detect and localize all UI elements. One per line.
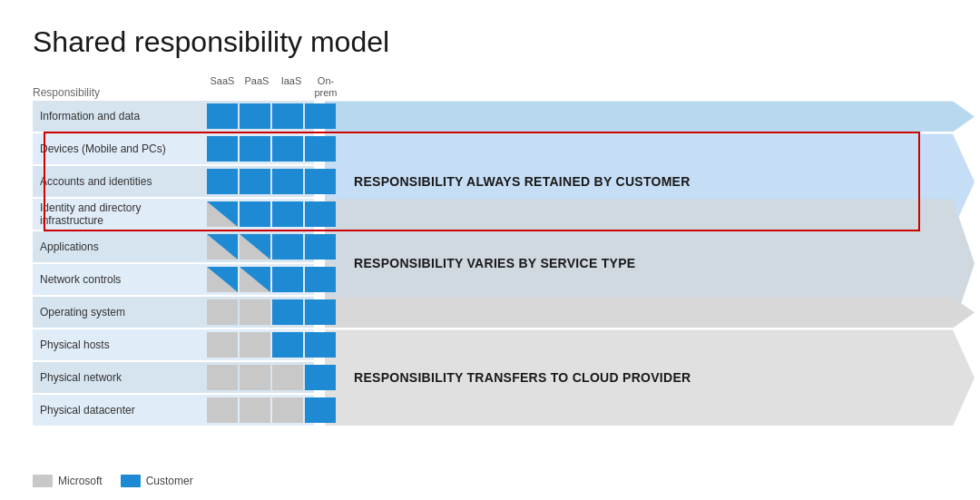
row-cells (207, 267, 336, 292)
col-header-iaas: IaaS (276, 75, 307, 99)
right-section: RESPONSIBILITY ALWAYS RETAINED BY CUSTOM… (325, 101, 947, 427)
table-row: Devices (Mobile and PCs) (33, 133, 314, 164)
row-cells (207, 103, 336, 129)
legend: Microsoft Customer (33, 475, 193, 487)
cell-gray-7-1 (240, 332, 270, 358)
cell-gray-8-0 (207, 365, 238, 390)
row-label: Applications (33, 240, 207, 253)
table-row: Operating system (33, 297, 314, 328)
cell-gray-9-0 (207, 397, 238, 423)
row-cells (207, 397, 336, 423)
responsibility-header: Responsibility (33, 86, 207, 99)
row-label: Physical hosts (33, 338, 207, 351)
cell-split-5-1 (240, 267, 270, 292)
cell-split-4-1 (240, 234, 270, 260)
cell-blue-0-3 (305, 103, 336, 129)
cell-blue-2-3 (305, 169, 336, 194)
table-row: Physical hosts (33, 329, 314, 360)
band-label-2: RESPONSIBILITY TRANSFERS TO CLOUD PROVID… (339, 370, 691, 385)
row-label: Physical datacenter (33, 404, 207, 417)
row-cells (207, 332, 336, 358)
table-row: Physical network (33, 362, 314, 393)
row-label: Devices (Mobile and PCs) (33, 142, 207, 155)
cell-blue-3-2 (272, 201, 303, 227)
cell-blue-0-0 (207, 103, 238, 129)
cell-blue-2-1 (240, 169, 270, 194)
cell-blue-3-1 (240, 201, 270, 227)
cell-blue-0-1 (240, 103, 270, 129)
band-2: RESPONSIBILITY TRANSFERS TO CLOUD PROVID… (325, 329, 975, 426)
left-section: Information and dataDevices (Mobile and … (33, 101, 314, 427)
cell-blue-3-3 (305, 201, 336, 227)
col-headers: SaaSPaaSIaaSOn- prem (207, 75, 343, 99)
row-label: Network controls (33, 273, 207, 286)
table-row: Accounts and identities (33, 166, 314, 197)
cell-gray-6-1 (240, 299, 270, 325)
cell-gray-8-2 (272, 365, 303, 390)
band-os (325, 297, 975, 328)
cell-blue-7-2 (272, 332, 303, 358)
microsoft-label: Microsoft (58, 475, 103, 487)
page-title: Shared responsibility model (33, 25, 947, 59)
cell-split-5-0 (207, 267, 238, 292)
cell-blue-8-3 (305, 365, 336, 390)
band-label-0: RESPONSIBILITY ALWAYS RETAINED BY CUSTOM… (339, 174, 691, 189)
row-cells (207, 365, 336, 390)
cell-blue-5-3 (305, 267, 336, 292)
row-label: Information and data (33, 110, 207, 123)
cell-gray-9-2 (272, 397, 303, 423)
slide: Shared responsibility model Responsibili… (0, 0, 980, 500)
table-row: Information and data (33, 101, 314, 132)
table-row: Network controls (33, 264, 314, 295)
cell-split-4-0 (207, 234, 238, 260)
cell-blue-5-2 (272, 267, 303, 292)
cell-gray-9-1 (240, 397, 270, 423)
cell-blue-1-1 (240, 136, 270, 162)
cell-blue-9-3 (305, 397, 336, 423)
cell-gray-8-1 (240, 365, 270, 390)
row-cells (207, 299, 336, 325)
customer-label: Customer (146, 475, 193, 487)
table-row: Identity and directory infrastructure (33, 199, 314, 230)
cell-blue-1-0 (207, 136, 238, 162)
band-label-1: RESPONSIBILITY VARIES BY SERVICE TYPE (339, 256, 635, 270)
col-header-paas: PaaS (241, 75, 272, 99)
legend-customer: Customer (121, 475, 193, 487)
cell-blue-2-2 (272, 169, 303, 194)
rows-area: Information and dataDevices (Mobile and … (33, 101, 314, 427)
row-label: Identity and directory infrastructure (33, 201, 207, 227)
band-info (325, 101, 975, 132)
chart-header: Responsibility SaaSPaaSIaaSOn- prem (33, 75, 947, 99)
main-content: Information and dataDevices (Mobile and … (33, 101, 947, 427)
cell-blue-2-0 (207, 169, 238, 194)
cell-blue-6-2 (272, 299, 303, 325)
row-cells (207, 234, 336, 260)
microsoft-swatch (33, 475, 53, 487)
cell-split-3-0 (207, 201, 238, 227)
customer-swatch (121, 475, 141, 487)
row-label: Physical network (33, 371, 207, 384)
cell-blue-0-2 (272, 103, 303, 129)
table-row: Physical datacenter (33, 395, 314, 426)
cell-blue-7-3 (305, 332, 336, 358)
col-header-saas: SaaS (207, 75, 238, 99)
cell-blue-4-3 (305, 234, 336, 260)
row-cells (207, 169, 336, 194)
col-header-onprem: On- prem (310, 75, 341, 99)
row-cells (207, 201, 336, 227)
chart-wrapper: Responsibility SaaSPaaSIaaSOn- prem Info… (33, 75, 947, 427)
cell-blue-1-3 (305, 136, 336, 162)
row-label: Accounts and identities (33, 175, 207, 188)
row-label: Operating system (33, 306, 207, 319)
legend-microsoft: Microsoft (33, 475, 103, 487)
cell-blue-1-2 (272, 136, 303, 162)
table-row: Applications (33, 231, 314, 262)
cell-gray-6-0 (207, 299, 238, 325)
cell-blue-4-2 (272, 234, 303, 260)
cell-blue-6-3 (305, 299, 336, 325)
row-cells (207, 136, 336, 162)
cell-gray-7-0 (207, 332, 238, 358)
